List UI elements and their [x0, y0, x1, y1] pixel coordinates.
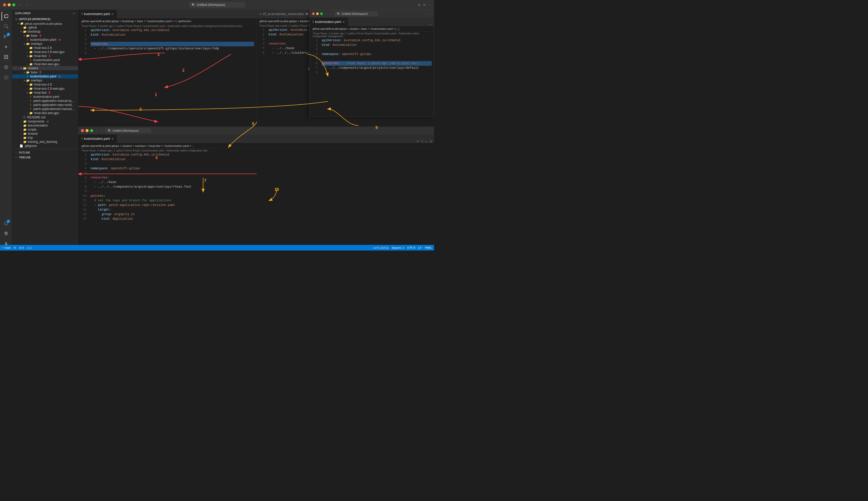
bootstrap-rhoai-fast-gpu[interactable]: › 📁 rhoai-fast-aws-gpu	[12, 62, 78, 66]
scripts-folder[interactable]: › 📁 scripts	[12, 128, 78, 131]
language-indicator[interactable]: YAML	[425, 246, 432, 249]
problems-icon[interactable]: 1	[1, 219, 11, 228]
git-branch[interactable]: ⑂ main	[2, 246, 11, 249]
split-icon3[interactable]: ▷	[426, 140, 428, 143]
maximize-button[interactable]	[12, 3, 15, 6]
search-icon[interactable]	[1, 22, 11, 31]
bootstrap-base-folder[interactable]: ▾ 📂 base 3	[12, 34, 78, 38]
bottom-close[interactable]	[81, 129, 84, 132]
encoding-indicator[interactable]: UTF-8	[407, 246, 415, 249]
sidebar: EXPLORER ··· ▾ UNTITLED (WORKSPACE) ▾ 📁 …	[12, 10, 78, 250]
minimize-button[interactable]	[8, 3, 11, 6]
nav-back-button[interactable]: ←	[18, 3, 22, 7]
title-search-bar[interactable]: 🔍 Untitled (Workspace)	[189, 2, 245, 8]
sync-icon[interactable]: ↻	[14, 246, 16, 249]
adoc-tab[interactable]: ≡ 20_ai-accelerator_review.adoc M	[256, 10, 312, 18]
svg-point-5	[6, 77, 7, 78]
right-code-lines[interactable]: apiVersion: kustomize.config.k8s.io/v1be…	[320, 38, 434, 116]
chevron-down-icon: ▾	[14, 18, 18, 21]
clusters-folder[interactable]: ▾ 📂 clusters	[12, 66, 78, 70]
training-folder[interactable]: › 📁 training_and_learning	[12, 140, 78, 144]
gitignore-file[interactable]: 📄 .gitignore	[12, 144, 78, 148]
readme-file[interactable]: ⓘ README.md	[12, 115, 78, 119]
bootstrap-rhoai-fast-kust[interactable]: ! Kustomization.yaml	[12, 58, 78, 62]
right-code-area: 1 2 3 4 5 6 7 8 apiVersion: kustomize.co…	[310, 38, 434, 116]
split-left-icon[interactable]: ⟳	[417, 140, 419, 143]
right-nav-forward[interactable]: →	[330, 12, 332, 15]
right-minimize[interactable]	[316, 12, 319, 15]
run-debug-icon[interactable]	[1, 42, 11, 51]
right-close[interactable]	[312, 12, 314, 15]
patch-applicationset[interactable]: ! patch-applicationset-manual....	[12, 107, 78, 111]
bootstrap-base-kustomization[interactable]: ! kustomization.yaml ◄	[12, 38, 78, 42]
github-folder[interactable]: › 📁 .github	[12, 25, 78, 30]
nav-forward-button[interactable]: →	[25, 3, 29, 7]
bottom-maximize[interactable]	[90, 129, 93, 132]
bottom-nav-back[interactable]: ←	[95, 129, 98, 132]
clusters-rhoai-eus-gpu-folder[interactable]: › 📁 rhoai-eus-2.8-aws-gpu	[12, 87, 78, 90]
patch-manual-sy[interactable]: ! patch-application-manual-sy...	[12, 99, 78, 103]
spaces-indicator[interactable]: Spaces: 2	[392, 246, 404, 249]
workspace-title[interactable]: ▾ UNTITLED (WORKSPACE)	[12, 17, 78, 22]
settings-icon[interactable]	[1, 229, 11, 238]
split-icon[interactable]: ⊟	[423, 3, 426, 7]
rhoai-eus-folder[interactable]: › 📁 rhoai-eus-2.8	[12, 46, 78, 50]
documentation-folder[interactable]: › 📁 documentation	[12, 124, 78, 128]
bottom-tab-bar: ! kustomization.yaml × ⟳ ⬡ ▷ ⊡	[78, 135, 434, 143]
num-1: 1	[155, 93, 157, 97]
right-nav-back[interactable]: ←	[325, 12, 328, 15]
warnings-count[interactable]: ⚠ 1	[27, 246, 32, 249]
bootstrap-rhoai-fast-folder[interactable]: ▾ 📂 rhoai-fast 1	[12, 54, 78, 58]
clusters-overlays-folder[interactable]: ▾ 📂 overlays	[12, 78, 78, 83]
outline-section[interactable]: › OUTLINE	[12, 150, 78, 155]
bottom-search-bar[interactable]: 🔍 Untitled (Workspace)	[105, 128, 151, 133]
main-line-numbers: 1 2 3 4 5 6	[78, 28, 88, 127]
folder-icon: 📁	[29, 63, 33, 66]
more-icon[interactable]: ···	[429, 3, 431, 7]
errors-count[interactable]: ⊘ 0	[19, 246, 24, 249]
bootstrap-folder[interactable]: ▾ 📂 bootstrap	[12, 30, 78, 34]
bootstrap-overlays-folder[interactable]: ▾ 📂 overlays	[12, 42, 78, 46]
sidebar-more-icon[interactable]: ···	[73, 12, 75, 15]
tab-close-icon[interactable]: ×	[111, 12, 114, 16]
close-button[interactable]	[3, 3, 6, 6]
right-kust-tab[interactable]: ! kustomization.yaml ×	[310, 18, 348, 26]
split-icon4[interactable]: ⊡	[430, 140, 432, 143]
kubernetes-icon[interactable]	[1, 73, 11, 82]
tab-close-r-icon[interactable]: ×	[343, 20, 345, 24]
patch-repo-revi[interactable]: ! patch-application-repo-revisi...	[12, 103, 78, 107]
clusters-rhoai-fast-folder[interactable]: ▾ 📂 rhoai-fast 6	[12, 90, 78, 95]
tenants-folder[interactable]: › 📁 tenants	[12, 131, 78, 136]
split-icon2[interactable]: ⬡	[421, 140, 424, 143]
right-search-bar[interactable]: 🔍 Untitled (Workspace)	[334, 11, 378, 16]
main-tab[interactable]: ! kustomization.yaml ×	[78, 10, 117, 18]
clusters-base-folder[interactable]: ▾ 📂 base 8	[12, 70, 78, 74]
components-folder[interactable]: › 📁 components ◄	[12, 119, 78, 124]
clusters-rhoai-eus-folder[interactable]: › 📁 rhoai-eus-2.8	[12, 83, 78, 87]
eol-indicator[interactable]: LF	[418, 246, 421, 249]
extensions-icon[interactable]	[1, 52, 11, 62]
source-control-icon[interactable]: 8	[1, 32, 11, 41]
tmp-folder[interactable]: › 📁 tmp	[12, 136, 78, 140]
clusters-base-kustomization[interactable]: ! kustomization.yaml ◄	[12, 74, 78, 78]
file-icon: 📄	[19, 144, 23, 148]
bottom-kust-tab[interactable]: ! kustomization.yaml ×	[78, 135, 117, 143]
repo-folder[interactable]: ▾ 📁 github-openshift-ai-pilot-gitops	[12, 22, 78, 25]
bottom-line-5	[90, 171, 432, 175]
rhoai-eus-gpu-folder[interactable]: › 📁 rhoai-eus-2.8-aws-gpu	[12, 50, 78, 54]
clusters-rhoai-fast-gpu[interactable]: › 📁 rhoai-fast-aws-gpu	[12, 111, 78, 115]
bottom-minimize[interactable]	[86, 129, 88, 132]
bottom-code-lines[interactable]: apiVersion: kustomize.config.k8s.io/v1be…	[88, 152, 434, 250]
bottom-nav-forward[interactable]: →	[100, 129, 103, 132]
bottom-line-7: - ../../base	[90, 180, 432, 184]
bottom-line-14: group: argoproj.io	[90, 212, 432, 217]
timeline-section[interactable]: › TIMELINE	[12, 155, 78, 160]
explorer-icon[interactable]	[1, 12, 11, 21]
tab-close-3-icon[interactable]: ×	[111, 137, 114, 141]
clusters-rhoai-fast-kust[interactable]: ! kustomization.yaml	[12, 95, 78, 99]
main-code-lines[interactable]: apiVersion: kustomize.config.k8s.io/v1be…	[88, 28, 256, 127]
remote-explorer-icon[interactable]	[1, 63, 11, 72]
right-undo-icon[interactable]: ⤺	[429, 23, 432, 26]
layout-icon[interactable]: ⊞	[418, 3, 420, 7]
right-maximize[interactable]	[320, 12, 323, 15]
